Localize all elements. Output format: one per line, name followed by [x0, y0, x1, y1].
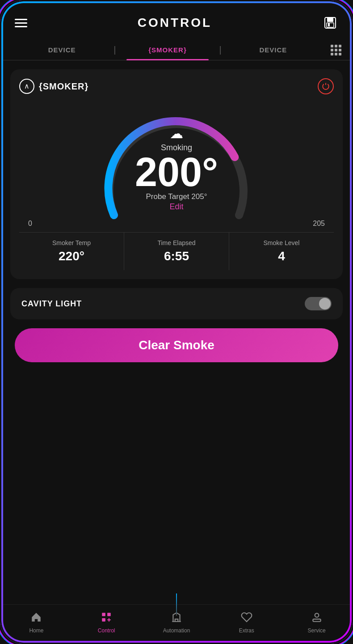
nav-automation-label: Automation — [163, 627, 190, 634]
save-icon[interactable] — [322, 15, 338, 31]
stat-smoker-temp-value: 220° — [21, 249, 122, 263]
svg-rect-1 — [327, 17, 333, 22]
power-button[interactable] — [318, 78, 334, 94]
bottom-nav: Home Control — [1, 604, 352, 643]
stat-smoker-temp-label: Smoker Temp — [21, 239, 122, 246]
tab-device-1[interactable]: DEVICE — [10, 40, 113, 60]
page-title: CONTROL — [138, 16, 212, 30]
extras-icon — [241, 611, 252, 626]
cavity-light-card: CAVITY LIGHT — [10, 288, 343, 319]
toggle-knob — [319, 298, 331, 309]
smoke-icon: ☁ — [170, 126, 183, 141]
nav-service-label: Service — [308, 627, 326, 634]
nav-home[interactable]: Home — [1, 611, 71, 634]
gauge-center-info: ☁ Smoking 200° Probe Target 205° Edit — [135, 126, 218, 212]
device-name: {SMOKER} — [39, 81, 88, 92]
nav-home-label: Home — [29, 627, 43, 634]
clear-smoke-button[interactable]: Clear Smoke — [15, 328, 338, 362]
stat-time-elapsed: Time Elapsed 6:55 — [124, 233, 229, 270]
nav-control[interactable]: Control — [71, 611, 142, 634]
svg-rect-10 — [313, 619, 320, 621]
svg-rect-5 — [107, 613, 111, 616]
smoker-header-left: {SMOKER} — [19, 79, 88, 94]
smoker-card: {SMOKER} — [10, 69, 343, 279]
tab-device-2[interactable]: DEVICE — [222, 40, 325, 60]
gauge-container: ☁ Smoking 200° Probe Target 205° Edit — [19, 99, 334, 224]
edit-button[interactable]: Edit — [169, 202, 183, 212]
stats-row: Smoker Temp 220° Time Elapsed 6:55 Smoke… — [19, 232, 334, 270]
temperature-display: 200° — [135, 152, 218, 192]
menu-button[interactable] — [15, 19, 27, 27]
automation-divider — [176, 593, 177, 616]
svg-rect-2 — [327, 23, 334, 27]
cavity-light-label: CAVITY LIGHT — [21, 299, 82, 309]
nav-control-label: Control — [98, 627, 115, 634]
phone-frame: CONTROL DEVICE | {SMOKER} | DEVICE — [0, 0, 353, 644]
stat-time-label: Time Elapsed — [126, 239, 227, 246]
nav-extras[interactable]: Extras — [211, 611, 282, 634]
svg-point-9 — [315, 613, 319, 617]
nav-extras-label: Extras — [239, 627, 254, 634]
svg-rect-6 — [102, 618, 105, 622]
nav-service[interactable]: Service — [282, 611, 352, 634]
main-content: {SMOKER} — [1, 60, 352, 604]
home-icon — [30, 611, 42, 626]
smoker-card-header: {SMOKER} — [19, 78, 334, 94]
grid-view-button[interactable] — [329, 43, 343, 57]
stat-smoke-level: Smoke Level 4 — [229, 233, 334, 270]
svg-rect-4 — [102, 613, 105, 616]
tab-bar: DEVICE | {SMOKER} | DEVICE — [1, 40, 352, 60]
stat-smoke-label: Smoke Level — [231, 239, 332, 246]
clear-smoke-label: Clear Smoke — [25, 338, 328, 352]
cavity-light-toggle[interactable] — [305, 297, 332, 310]
header: CONTROL — [1, 1, 352, 40]
stat-smoker-temp: Smoker Temp 220° — [19, 233, 124, 270]
tab-smoker[interactable]: {SMOKER} — [116, 40, 219, 60]
service-icon — [311, 611, 323, 626]
collapse-button[interactable] — [19, 79, 34, 94]
phone-inner: CONTROL DEVICE | {SMOKER} | DEVICE — [1, 1, 352, 643]
stat-smoke-value: 4 — [231, 249, 332, 263]
control-icon — [101, 611, 112, 626]
svg-rect-3 — [328, 23, 330, 26]
stat-time-value: 6:55 — [126, 249, 227, 263]
probe-target-label: Probe Target 205° — [146, 192, 207, 201]
